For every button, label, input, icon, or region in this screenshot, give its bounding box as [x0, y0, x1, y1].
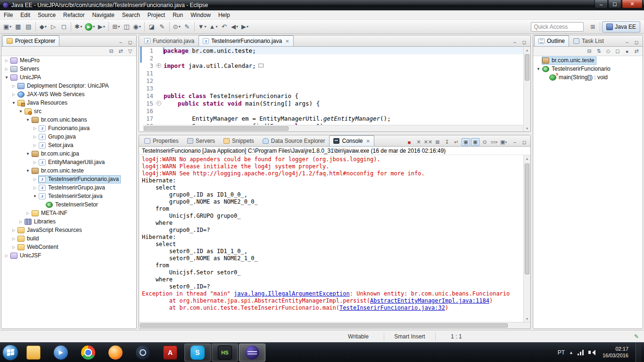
- explorer-item-setor-java[interactable]: ▷JSetor.java: [1, 141, 136, 149]
- search-button[interactable]: ⊙▾: [172, 22, 182, 32]
- quick-access-input[interactable]: Quick Access: [531, 22, 584, 32]
- taskbar-windows-explorer[interactable]: [20, 344, 47, 362]
- maximize-view-button[interactable]: ◻: [520, 138, 528, 146]
- editor-tab-funcionario-java[interactable]: Funcionario.java: [140, 35, 198, 46]
- external-tools-button[interactable]: ▶▾: [96, 22, 107, 32]
- explorer-item-java-resources[interactable]: ▼Java Resources: [1, 99, 136, 107]
- title-bar[interactable]: Java EE - UnicJPA/src/br/com/unic/teste/…: [0, 0, 644, 10]
- minimize-view-button[interactable]: –: [116, 38, 125, 46]
- minimize-view-button[interactable]: –: [511, 38, 519, 46]
- explorer-item-testeinserirsetor[interactable]: CTesteInserirSetor: [1, 200, 136, 209]
- explorer-item-meta-inf[interactable]: ▷META-INF: [1, 209, 136, 217]
- maximize-view-button[interactable]: ◻: [126, 38, 134, 46]
- explorer-item-br-com-unic-teste[interactable]: ▼br.com.unic.teste: [1, 166, 136, 175]
- menu-project[interactable]: Project: [144, 11, 169, 19]
- remove-all-terminated-button[interactable]: ✕✕: [424, 138, 432, 146]
- collapse-arrow-icon[interactable]: ▼: [25, 169, 31, 173]
- taskbar-firefox[interactable]: [102, 344, 129, 362]
- code-editor[interactable]: 1package br.com.unic.teste;23+import jav…: [143, 47, 523, 125]
- explorer-item-unicjpa[interactable]: ▼UnicJPA: [1, 73, 136, 82]
- console-vertical-scrollbar[interactable]: ▲ ▼: [523, 155, 530, 322]
- run-button[interactable]: ▶▾: [83, 22, 96, 32]
- word-wrap-button[interactable]: ↵: [452, 138, 461, 146]
- collapse-arrow-icon[interactable]: ▼: [3, 75, 10, 80]
- next-annotation-button[interactable]: ▼▾: [197, 22, 208, 32]
- expand-arrow-icon[interactable]: ▷: [3, 254, 10, 258]
- close-tab-icon[interactable]: ✕: [366, 139, 370, 144]
- tab-project-explorer[interactable]: Project Explorer: [2, 35, 59, 46]
- explorer-item-funcionario-java[interactable]: ▷JFuncionario.java: [1, 124, 136, 132]
- expand-arrow-icon[interactable]: ▷: [3, 58, 10, 63]
- minimize-button[interactable]: –: [594, 0, 608, 8]
- explorer-item-entitymanagerutil-java[interactable]: ▷JEntityManagerUtil.java: [1, 158, 136, 166]
- scroll-down-arrow[interactable]: ▼: [524, 125, 530, 132]
- menu-edit[interactable]: Edit: [17, 11, 34, 19]
- expand-arrow-icon[interactable]: ▷: [32, 177, 38, 181]
- hide-fields-button[interactable]: ◇: [604, 47, 612, 55]
- console-horizontal-scrollbar[interactable]: [139, 322, 530, 329]
- sort-button[interactable]: ⇅: [594, 47, 603, 55]
- link-with-editor-button[interactable]: ⇄: [116, 47, 125, 55]
- explorer-item-build[interactable]: ▷build: [1, 234, 136, 243]
- collapse-arrow-icon[interactable]: ▼: [32, 194, 38, 198]
- menu-navigate[interactable]: Navigate: [88, 11, 118, 19]
- explorer-item-webcontent[interactable]: ▷WebContent: [1, 243, 136, 251]
- new-class-button[interactable]: ◉▾: [132, 22, 142, 32]
- expand-arrow-icon[interactable]: ▷: [32, 186, 38, 190]
- status-indicator-icon[interactable]: ✎: [633, 333, 640, 340]
- menu-help[interactable]: Help: [215, 11, 234, 19]
- clear-console-button[interactable]: ⊠: [433, 138, 442, 146]
- expand-arrow-icon[interactable]: ▷: [25, 211, 31, 215]
- last-edit-location-button[interactable]: ↶: [219, 22, 229, 32]
- collapse-arrow-icon[interactable]: ▼: [25, 152, 31, 156]
- expand-arrow-icon[interactable]: ▷: [32, 126, 38, 131]
- close-tab-icon[interactable]: ✕: [285, 39, 289, 44]
- taskbar-adobe-reader[interactable]: A: [157, 344, 183, 362]
- taskbar-skype[interactable]: S: [184, 344, 211, 362]
- editor-horizontal-scrollbar[interactable]: [143, 125, 523, 132]
- remove-launch-button[interactable]: ✕: [414, 138, 423, 146]
- console-output[interactable]: log4j:WARN No appenders could be found f…: [139, 155, 523, 322]
- menu-file[interactable]: File: [0, 11, 17, 19]
- explorer-item-testeinserirsetor-java[interactable]: ▼JTesteInserirSetor.java: [1, 192, 136, 200]
- fold-minus-icon[interactable]: −: [157, 101, 161, 106]
- explorer-item-deployment-descriptor-unicjpa[interactable]: ▷Deployment Descriptor: UnicJPA: [1, 82, 136, 90]
- hide-static-members-button[interactable]: ◻: [613, 47, 622, 55]
- view-tab-task-list[interactable]: Task List: [569, 35, 608, 46]
- open-console-button[interactable]: ▣▾: [499, 138, 508, 146]
- forward-button[interactable]: ▶▾: [239, 22, 250, 32]
- outline-item-main-string-void[interactable]: main(String[]) : void: [533, 73, 643, 82]
- outline-item-testeinserirfuncionario[interactable]: ▼CTesteInserirFuncionario: [533, 65, 643, 73]
- console-link[interactable]: AbstractEntityManagerImpl.java:1184: [370, 297, 489, 304]
- explorer-item-unicjsf[interactable]: ▷UnicJSF: [1, 251, 136, 260]
- fold-plus-icon[interactable]: +: [157, 63, 161, 68]
- view-tab-data-source-explorer[interactable]: Data Source Explorer: [258, 135, 330, 146]
- collapse-all-button[interactable]: ⊟: [585, 47, 594, 55]
- taskbar-heidisql[interactable]: HS: [212, 344, 238, 362]
- scroll-lock-button[interactable]: ↧: [443, 138, 451, 146]
- menu-refactor[interactable]: Refactor: [59, 11, 88, 19]
- minimize-view-button[interactable]: –: [511, 138, 519, 146]
- view-tab-snippets[interactable]: Snippets: [219, 135, 258, 146]
- taskbar-clock[interactable]: 02:17 16/03/2016: [600, 346, 631, 359]
- explorer-item-meupro[interactable]: ▷MeuPro: [1, 56, 136, 65]
- fold-toggle-icon[interactable]: +: [155, 63, 162, 68]
- stop-server-button[interactable]: ◻: [58, 22, 69, 32]
- mark-occurrences-button[interactable]: ✎: [182, 22, 192, 32]
- expand-arrow-icon[interactable]: ▷: [10, 84, 17, 88]
- expand-arrow-icon[interactable]: ▷: [10, 228, 17, 232]
- new-java-project-button[interactable]: ⊞▾: [111, 22, 121, 32]
- taskbar-eclipse[interactable]: [239, 344, 265, 362]
- collapse-arrow-icon[interactable]: ▼: [535, 67, 542, 71]
- view-tab-servers[interactable]: Servers: [183, 135, 219, 146]
- scroll-up-arrow[interactable]: ▲: [524, 155, 530, 162]
- show-hidden-icons-button[interactable]: ▲: [569, 350, 573, 355]
- taskbar-media-player[interactable]: ▶: [48, 344, 74, 362]
- fold-toggle-icon[interactable]: −: [155, 101, 162, 106]
- debug-button[interactable]: ✱▾: [73, 22, 83, 32]
- menu-search[interactable]: Search: [118, 11, 144, 19]
- save-button[interactable]: ▦: [13, 22, 23, 32]
- back-button[interactable]: ◀▾: [229, 22, 239, 32]
- explorer-item-testeinserirgrupo-java[interactable]: ▷JTesteInserirGrupo.java: [1, 183, 136, 192]
- console-link[interactable]: TesteInserirFuncionario.java:32: [339, 304, 445, 311]
